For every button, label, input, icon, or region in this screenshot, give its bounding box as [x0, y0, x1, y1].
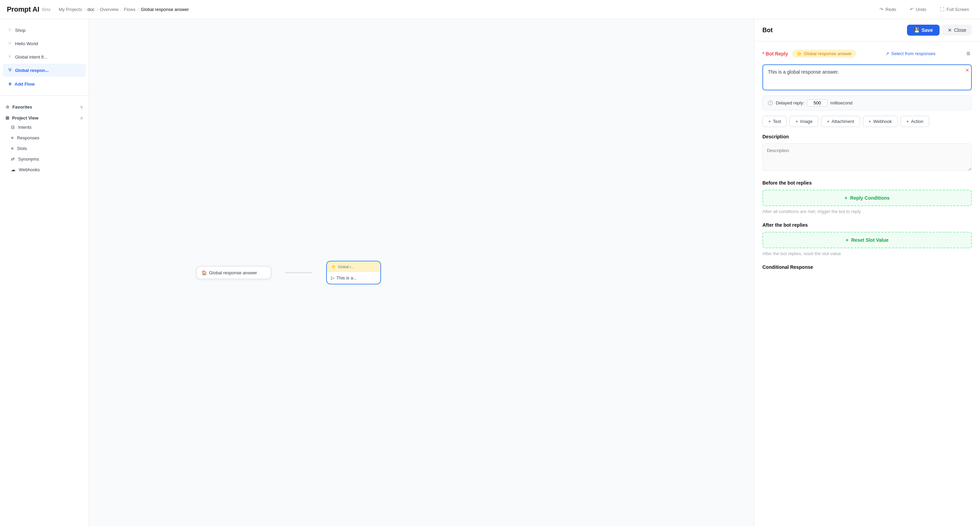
favorites-icon: ☆ — [5, 105, 10, 110]
plus-icon: + — [869, 119, 871, 124]
select-responses-label: Select from responses — [891, 51, 935, 56]
sidebar-item-global-intent[interactable]: ⑂ Global intent fl... — [3, 50, 86, 64]
panel-header: Bot 💾 Save ✕ Close — [754, 19, 980, 41]
plus-icon: + — [846, 237, 848, 243]
bot-node-header: ⭐ Global r... — [327, 262, 380, 272]
redo-label: Redo — [885, 7, 896, 12]
sidebar-item-global-response[interactable]: ⑂ Global respon... — [3, 64, 86, 77]
reset-slot-value-label: Reset Slot Value — [851, 237, 889, 243]
description-section: Description — [762, 134, 972, 172]
required-marker: * — [762, 51, 764, 57]
save-button[interactable]: 💾 Save — [907, 25, 940, 36]
fullscreen-label: Full Screen — [947, 7, 969, 12]
breadcrumb-flows[interactable]: Flows — [124, 7, 135, 12]
plus-icon: + — [845, 195, 847, 201]
add-flow-button[interactable]: + Add Flow — [3, 77, 86, 91]
intents-label: Intents — [18, 125, 32, 130]
canvas-content: 🏠 Global response answer ⭐ Global r... ▷… — [196, 261, 381, 284]
star-icon: ⭐ — [331, 264, 336, 269]
star-badge-icon: ⭐ — [796, 51, 802, 56]
responses-icon: ≡ — [11, 135, 14, 140]
sidebar-item-intents[interactable]: ⊟ Intents — [0, 122, 89, 132]
sidebar-item-slots[interactable]: ≡ Slots — [0, 143, 89, 154]
fullscreen-icon: ⛶ — [940, 7, 944, 12]
trigger-node-label: Global response answer — [209, 270, 257, 275]
after-bot-replies-label: After the bot replies — [762, 222, 972, 228]
sidebar-item-webhooks[interactable]: ☁ Webhooks — [0, 164, 89, 175]
trigger-node[interactable]: 🏠 Global response answer — [196, 266, 271, 280]
add-text-button[interactable]: + Text — [762, 116, 787, 127]
connector-line — [285, 272, 312, 273]
slots-icon: ≡ — [11, 146, 14, 151]
responses-label: Responses — [17, 135, 40, 140]
close-icon: ✕ — [948, 27, 952, 33]
save-label: Save — [922, 27, 933, 33]
before-bot-replies-section: Before the bot replies + Reply Condition… — [762, 180, 972, 214]
reply-conditions-sub-label: After all conditions are met, trigger th… — [762, 209, 972, 214]
select-from-responses-button[interactable]: ↗ Select from responses — [885, 51, 935, 56]
breadcrumb-doc[interactable]: doc — [88, 7, 95, 12]
reply-text-area: This is a global response answer. × — [762, 64, 972, 91]
lightning-icon: ↗ — [885, 51, 889, 56]
canvas[interactable]: 🏠 Global response answer ⭐ Global r... ▷… — [89, 19, 754, 526]
trigger-node-body: 🏠 Global response answer — [197, 267, 271, 279]
reply-clear-button[interactable]: × — [965, 67, 969, 73]
app-name: Prompt AI — [7, 5, 40, 13]
add-image-button[interactable]: + Image — [789, 116, 818, 127]
sidebar-item-responses[interactable]: ≡ Responses — [0, 132, 89, 143]
breadcrumb-overview[interactable]: Overview — [100, 7, 119, 12]
reply-conditions-button[interactable]: + Reply Conditions — [762, 190, 972, 206]
synonyms-label: Synonyms — [18, 156, 39, 162]
bot-node-label: Global r... — [338, 264, 354, 269]
right-panel: Bot 💾 Save ✕ Close * Bot Reply — [754, 19, 980, 526]
beta-badge: Beta — [42, 7, 51, 12]
sidebar-item-hello-world[interactable]: ⑂ Hello World — [3, 37, 86, 50]
project-view-text: Project View — [12, 115, 38, 121]
top-bar: Prompt AI Beta My Projects / doc / Overv… — [0, 0, 980, 19]
close-label: Close — [954, 27, 966, 33]
reply-input[interactable]: This is a global response answer. — [762, 64, 972, 91]
add-attachment-label: Attachment — [832, 119, 854, 124]
delayed-reply-input[interactable] — [807, 99, 827, 106]
fullscreen-button[interactable]: ⛶ Full Screen — [936, 5, 973, 14]
add-action-button[interactable]: + Action — [900, 116, 929, 127]
undo-icon: ↶ — [910, 7, 913, 12]
plus-icon: + — [827, 119, 830, 124]
bot-node[interactable]: ⭐ Global r... ▷ This is a... — [326, 261, 381, 284]
add-attachment-button[interactable]: + Attachment — [821, 116, 860, 127]
description-input[interactable] — [762, 143, 972, 171]
main-layout: ⑂ Shop ⑂ Hello World ⑂ Global intent fl.… — [0, 19, 980, 526]
favorites-section[interactable]: ☆ Favorites ∨ — [0, 100, 89, 111]
project-view-section[interactable]: ⊞ Project View ∧ — [0, 111, 89, 122]
global-response-badge[interactable]: ⭐ Global response answer — [792, 50, 856, 57]
save-icon: 💾 — [914, 27, 920, 33]
plus-icon: + — [906, 119, 909, 124]
close-button[interactable]: ✕ Close — [942, 25, 972, 36]
redo-button[interactable]: ↷ Redo — [875, 5, 900, 14]
trigger-node-icon: 🏠 — [202, 270, 207, 275]
synonyms-icon: ⇄ — [11, 156, 15, 162]
add-text-label: Text — [773, 119, 781, 124]
breadcrumb-my-projects[interactable]: My Projects — [59, 7, 82, 12]
menu-dots-button[interactable]: ≡ — [965, 48, 972, 59]
send-icon: ▷ — [331, 275, 334, 280]
intents-icon: ⊟ — [11, 125, 15, 130]
sidebar-item-label: Global intent fl... — [15, 54, 47, 60]
sidebar-item-label: Shop — [15, 28, 25, 33]
sidebar-item-label: Hello World — [15, 41, 38, 46]
sidebar-item-synonyms[interactable]: ⇄ Synonyms — [0, 154, 89, 164]
chevron-down-icon: ∨ — [80, 104, 83, 110]
sidebar-item-shop[interactable]: ⑂ Shop — [3, 24, 86, 37]
clock-icon: 🕐 — [768, 100, 773, 105]
after-bot-replies-section: After the bot replies + Reset Slot Value… — [762, 222, 972, 256]
add-webhook-button[interactable]: + Webhook — [863, 116, 898, 127]
slots-label: Slots — [17, 146, 27, 151]
add-webhook-label: Webhook — [873, 119, 892, 124]
reset-slot-value-button[interactable]: + Reset Slot Value — [762, 232, 972, 248]
bot-reply-text: Bot Reply — [765, 51, 788, 57]
sidebar: ⑂ Shop ⑂ Hello World ⑂ Global intent fl.… — [0, 19, 89, 526]
redo-icon: ↷ — [880, 7, 883, 12]
project-view-icon: ⊞ — [5, 115, 9, 121]
undo-button[interactable]: ↶ Undo — [906, 5, 930, 14]
reply-conditions-label: Reply Conditions — [850, 195, 889, 201]
